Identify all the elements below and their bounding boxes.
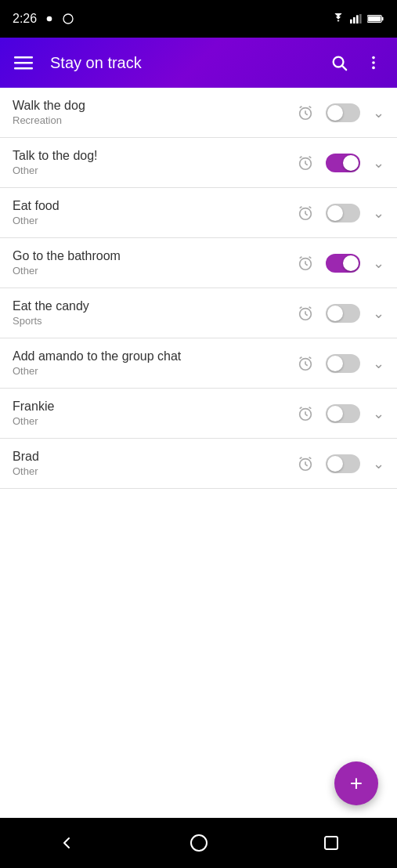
task-category: Recreation	[13, 114, 294, 126]
task-list: Walk the dog Recreation ⌄	[0, 88, 397, 818]
task-item[interactable]: Walk the dog Recreation ⌄	[0, 88, 397, 138]
task-toggle[interactable]	[326, 204, 360, 222]
task-name: Frankie	[13, 400, 294, 414]
svg-point-15	[372, 61, 375, 64]
task-toggle[interactable]	[326, 404, 360, 423]
svg-line-31	[309, 206, 312, 208]
alarm-icon[interactable]	[294, 252, 316, 274]
svg-point-0	[47, 16, 52, 22]
expand-icon[interactable]: ⌄	[373, 405, 384, 422]
expand-icon[interactable]: ⌄	[373, 455, 384, 472]
task-item[interactable]: Eat food Other ⌄	[0, 188, 397, 238]
task-toggle[interactable]	[326, 454, 360, 473]
svg-point-1	[63, 14, 73, 24]
toggle-thumb	[327, 406, 343, 421]
svg-rect-4	[356, 15, 359, 24]
svg-rect-58	[325, 837, 337, 849]
add-task-button[interactable]: +	[334, 761, 378, 805]
task-toggle[interactable]	[326, 354, 360, 373]
search-icon	[330, 54, 348, 71]
svg-line-44	[305, 363, 308, 365]
task-controls: ⌄	[294, 453, 384, 475]
svg-line-20	[300, 106, 302, 107]
svg-line-26	[309, 156, 312, 157]
svg-point-14	[372, 56, 375, 60]
expand-icon[interactable]: ⌄	[373, 355, 384, 372]
task-info: Go to the bathroom Other	[13, 249, 294, 277]
alarm-icon[interactable]	[294, 302, 316, 324]
alarm-icon[interactable]	[294, 152, 316, 174]
expand-icon[interactable]: ⌄	[373, 204, 384, 222]
svg-rect-9	[14, 56, 33, 59]
back-button[interactable]	[48, 824, 85, 862]
expand-icon[interactable]: ⌄	[373, 154, 384, 172]
task-controls: ⌄	[294, 353, 384, 374]
svg-line-49	[305, 414, 308, 415]
task-name: Talk to the dog!	[13, 149, 294, 163]
svg-line-30	[300, 206, 302, 208]
alarm-icon[interactable]	[294, 353, 316, 374]
phone-frame: 2:26	[0, 0, 397, 868]
alarm-icon[interactable]	[294, 202, 316, 224]
toggle-thumb	[343, 155, 359, 171]
task-name: Walk the dog	[13, 99, 294, 113]
search-button[interactable]	[325, 49, 353, 77]
app-bar-actions	[325, 49, 388, 77]
expand-icon[interactable]: ⌄	[373, 255, 384, 272]
add-icon: +	[350, 771, 363, 796]
task-toggle[interactable]	[326, 103, 360, 122]
toggle-thumb	[327, 356, 343, 371]
expand-icon[interactable]: ⌄	[373, 305, 384, 322]
svg-line-36	[309, 256, 312, 258]
toggle-thumb	[327, 205, 343, 221]
menu-button[interactable]	[9, 49, 38, 77]
svg-line-55	[300, 457, 302, 458]
task-controls: ⌄	[294, 202, 384, 224]
task-controls: ⌄	[294, 252, 384, 274]
task-item[interactable]: Add amando to the group chat Other	[0, 338, 397, 389]
task-toggle[interactable]	[326, 154, 360, 172]
task-info: Eat food Other	[13, 199, 294, 226]
task-item[interactable]: Talk to the dog! Other ⌄	[0, 138, 397, 188]
task-item[interactable]: Brad Other ⌄	[0, 439, 397, 489]
home-button[interactable]	[180, 824, 218, 862]
svg-line-34	[305, 263, 308, 265]
recent-button[interactable]	[312, 824, 350, 862]
menu-icon	[14, 53, 33, 72]
task-toggle[interactable]	[326, 254, 360, 273]
task-controls: ⌄	[294, 102, 384, 124]
task-name: Add amando to the group chat	[13, 349, 294, 363]
app-title: Stay on track	[50, 54, 325, 72]
task-controls: ⌄	[294, 302, 384, 324]
task-item[interactable]: Eat the candy Sports ⌄	[0, 288, 397, 338]
alarm-icon[interactable]	[294, 453, 316, 475]
home-icon	[189, 834, 208, 852]
svg-point-16	[372, 67, 375, 70]
task-info: Brad Other	[13, 450, 294, 477]
back-icon	[57, 834, 76, 852]
svg-rect-5	[359, 14, 362, 24]
task-item[interactable]: Go to the bathroom Other	[0, 238, 397, 288]
task-toggle[interactable]	[326, 304, 360, 323]
task-item[interactable]: Frankie Other ⌄	[0, 389, 397, 439]
alarm-icon[interactable]	[294, 403, 316, 425]
task-info: Walk the dog Recreation	[13, 99, 294, 126]
svg-line-39	[305, 313, 308, 315]
app-bar: Stay on track	[0, 38, 397, 88]
svg-line-24	[305, 163, 308, 165]
svg-rect-8	[368, 16, 381, 22]
task-category: Other	[13, 365, 294, 377]
svg-rect-11	[14, 67, 33, 70]
more-button[interactable]	[359, 49, 388, 77]
svg-line-54	[305, 464, 308, 465]
expand-icon[interactable]: ⌄	[373, 104, 384, 121]
task-category: Other	[13, 415, 294, 427]
task-name: Go to the bathroom	[13, 249, 294, 263]
status-left: 2:26	[13, 12, 74, 26]
task-category: Other	[13, 265, 294, 277]
svg-rect-10	[14, 62, 33, 64]
svg-rect-7	[381, 17, 383, 20]
task-info: Frankie Other	[13, 400, 294, 427]
alarm-icon[interactable]	[294, 102, 316, 124]
status-bar: 2:26	[0, 0, 397, 38]
